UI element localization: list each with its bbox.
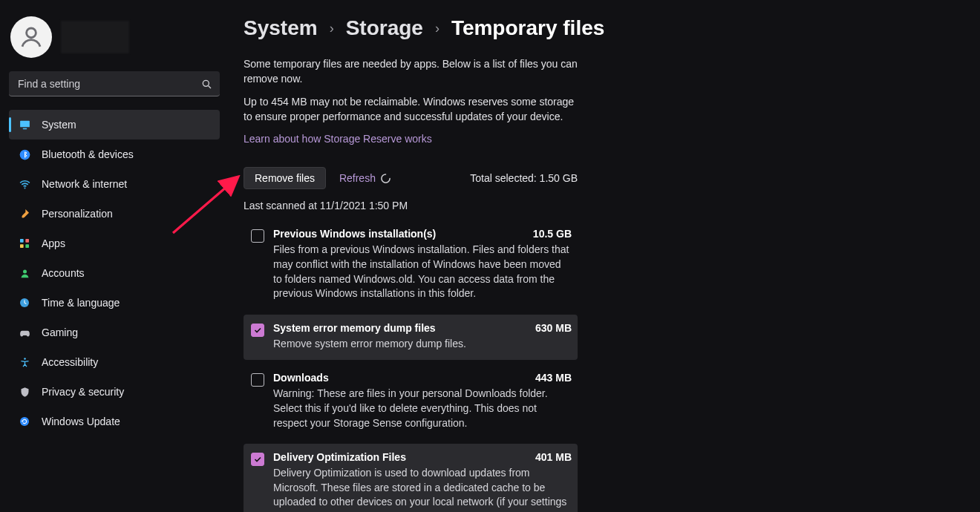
svg-rect-2 bbox=[20, 120, 30, 127]
main-content: System › Storage › Temporary files Some … bbox=[229, 7, 980, 512]
sidebar-item-label: Privacy & security bbox=[42, 386, 211, 398]
sidebar-item-label: Personalization bbox=[42, 208, 211, 220]
accessibility-icon bbox=[18, 355, 31, 369]
svg-rect-7 bbox=[25, 239, 29, 243]
sidebar-item-accessibility[interactable]: Accessibility bbox=[9, 347, 220, 377]
sidebar-item-label: Accessibility bbox=[42, 356, 211, 368]
gamepad-icon bbox=[18, 326, 31, 339]
sidebar-item-privacy[interactable]: Privacy & security bbox=[9, 377, 220, 407]
file-title: Previous Windows installation(s) bbox=[273, 228, 436, 240]
user-account-row[interactable] bbox=[9, 13, 220, 71]
file-item-delivery-optimization[interactable]: Delivery Optimization Files 401 MB Deliv… bbox=[244, 444, 578, 512]
file-title: Downloads bbox=[273, 372, 329, 384]
bluetooth-icon bbox=[18, 148, 31, 161]
file-size: 443 MB bbox=[535, 372, 572, 384]
sidebar-item-gaming[interactable]: Gaming bbox=[9, 318, 220, 347]
check-icon bbox=[253, 455, 262, 464]
file-item-downloads[interactable]: Downloads 443 MB Warning: These are file… bbox=[244, 364, 578, 439]
brush-icon bbox=[18, 207, 31, 220]
file-title: System error memory dump files bbox=[273, 322, 436, 334]
file-item-memory-dump[interactable]: System error memory dump files 630 MB Re… bbox=[244, 315, 578, 361]
person-icon bbox=[18, 266, 31, 280]
sidebar-item-label: Bluetooth & devices bbox=[42, 148, 211, 160]
file-desc: Delivery Optimization is used to downloa… bbox=[273, 466, 572, 512]
monitor-icon bbox=[18, 118, 31, 131]
sidebar-item-update[interactable]: Windows Update bbox=[9, 407, 220, 436]
total-selected: Total selected: 1.50 GB bbox=[470, 172, 578, 184]
svg-point-10 bbox=[23, 269, 27, 273]
file-item-previous-windows[interactable]: Previous Windows installation(s) 10.5 GB… bbox=[244, 220, 578, 309]
user-name-redacted bbox=[61, 21, 129, 53]
svg-rect-3 bbox=[22, 128, 27, 128]
breadcrumb-storage[interactable]: Storage bbox=[346, 16, 423, 40]
refresh-button[interactable]: Refresh bbox=[339, 172, 391, 184]
sidebar-item-label: Time & language bbox=[42, 297, 211, 309]
sidebar-item-personalization[interactable]: Personalization bbox=[9, 199, 220, 229]
wifi-icon bbox=[18, 177, 31, 191]
checkbox[interactable] bbox=[251, 373, 264, 387]
sidebar-item-accounts[interactable]: Accounts bbox=[9, 258, 220, 288]
action-row: Remove files Refresh Total selected: 1.5… bbox=[244, 167, 578, 189]
sidebar-item-bluetooth[interactable]: Bluetooth & devices bbox=[9, 140, 220, 169]
checkbox[interactable] bbox=[251, 324, 264, 337]
file-size: 10.5 GB bbox=[533, 228, 572, 240]
checkbox[interactable] bbox=[251, 229, 264, 243]
temp-file-list: Previous Windows installation(s) 10.5 GB… bbox=[244, 220, 578, 512]
svg-point-5 bbox=[24, 187, 25, 188]
nav-list: System Bluetooth & devices Network & int… bbox=[9, 110, 220, 436]
breadcrumb-system[interactable]: System bbox=[244, 16, 318, 40]
search-input[interactable] bbox=[9, 71, 220, 96]
search-wrap bbox=[9, 71, 220, 96]
sidebar-item-label: System bbox=[42, 119, 211, 131]
search-icon bbox=[200, 78, 212, 90]
sidebar-item-system[interactable]: System bbox=[9, 110, 220, 140]
chevron-right-icon: › bbox=[435, 21, 440, 36]
intro-line-2: Up to 454 MB may not be reclaimable. Win… bbox=[244, 94, 578, 125]
file-desc: Warning: These are files in your persona… bbox=[273, 387, 572, 430]
file-size: 630 MB bbox=[535, 322, 572, 334]
storage-reserve-link[interactable]: Learn about how Storage Reserve works bbox=[244, 133, 432, 145]
avatar bbox=[10, 16, 52, 58]
remove-files-button[interactable]: Remove files bbox=[244, 167, 326, 189]
breadcrumb-current: Temporary files bbox=[451, 16, 604, 40]
sidebar-item-label: Apps bbox=[42, 237, 211, 249]
sidebar: System Bluetooth & devices Network & int… bbox=[0, 7, 229, 512]
sidebar-item-label: Accounts bbox=[42, 267, 211, 279]
sidebar-item-label: Windows Update bbox=[42, 416, 211, 427]
svg-rect-8 bbox=[20, 244, 24, 248]
refresh-spinner-icon bbox=[380, 173, 391, 184]
sidebar-item-label: Gaming bbox=[42, 326, 211, 338]
file-desc: Remove system error memory dump files. bbox=[273, 337, 572, 352]
svg-rect-6 bbox=[20, 239, 24, 243]
sidebar-item-time[interactable]: Time & language bbox=[9, 288, 220, 318]
intro-text: Some temporary files are needed by apps.… bbox=[244, 56, 578, 146]
file-title: Delivery Optimization Files bbox=[273, 451, 406, 463]
sidebar-item-network[interactable]: Network & internet bbox=[9, 169, 220, 199]
sidebar-item-label: Network & internet bbox=[42, 178, 211, 190]
checkbox[interactable] bbox=[251, 453, 264, 466]
file-size: 401 MB bbox=[535, 451, 572, 463]
svg-rect-9 bbox=[25, 244, 29, 248]
chevron-right-icon: › bbox=[330, 21, 334, 36]
svg-point-0 bbox=[27, 28, 36, 38]
check-icon bbox=[253, 326, 262, 335]
file-desc: Files from a previous Windows installati… bbox=[273, 243, 572, 301]
person-icon bbox=[19, 24, 44, 50]
shield-icon bbox=[18, 385, 31, 398]
refresh-label: Refresh bbox=[339, 172, 376, 184]
svg-point-13 bbox=[20, 417, 29, 426]
svg-point-1 bbox=[203, 80, 209, 86]
sidebar-item-apps[interactable]: Apps bbox=[9, 229, 220, 258]
update-icon bbox=[18, 415, 31, 428]
last-scanned: Last scanned at 11/1/2021 1:50 PM bbox=[244, 200, 950, 211]
intro-line-1: Some temporary files are needed by apps.… bbox=[244, 56, 578, 87]
breadcrumb: System › Storage › Temporary files bbox=[244, 16, 950, 40]
clock-icon bbox=[18, 296, 31, 309]
apps-icon bbox=[18, 237, 31, 250]
svg-point-12 bbox=[24, 358, 26, 360]
